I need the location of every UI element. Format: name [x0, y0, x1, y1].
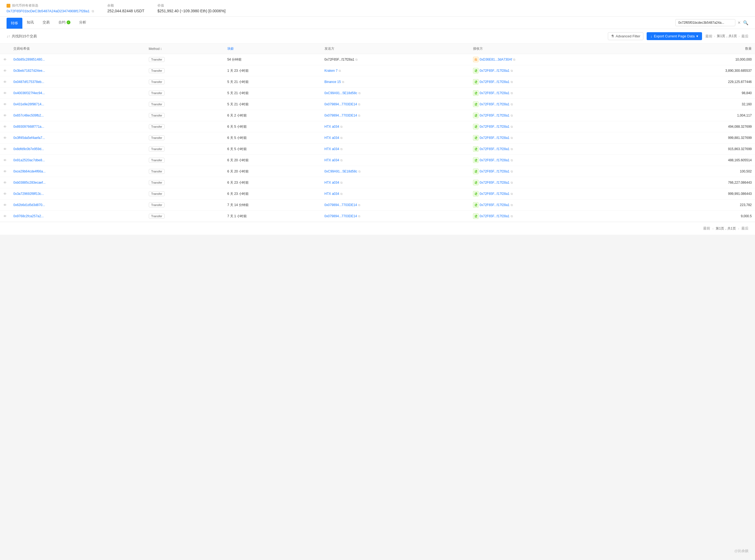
first-page-button[interactable]: 最前: [705, 34, 712, 39]
eye-icon[interactable]: 👁: [3, 203, 7, 207]
from-address-link[interactable]: HTX a034: [324, 136, 339, 140]
copy-from-icon[interactable]: ⧉: [355, 58, 358, 61]
from-address-link[interactable]: Kraken 7: [324, 69, 338, 73]
tx-hash-link[interactable]: 0x893097668f771a...: [13, 125, 44, 128]
from-address-link[interactable]: HTX a034: [324, 158, 339, 162]
from-address-link[interactable]: HTX a034: [324, 147, 339, 151]
to-address-link[interactable]: 0x72F65F...f17f28a1: [480, 169, 509, 173]
copy-to-icon[interactable]: ⧉: [511, 136, 513, 140]
to-address-link[interactable]: 0x72F65F...f17f28a1: [480, 136, 509, 140]
from-address-link[interactable]: 0x079894...7703DE14: [324, 114, 357, 117]
from-address-link[interactable]: HTX a034: [324, 192, 339, 196]
copy-to-icon[interactable]: ⧉: [511, 69, 513, 73]
eye-icon[interactable]: 👁: [3, 158, 7, 162]
tx-hash-link[interactable]: 0x91a2520ac7dbe8...: [13, 158, 45, 162]
eye-icon[interactable]: 👁: [3, 125, 7, 129]
eye-icon[interactable]: 👁: [3, 214, 7, 218]
copy-from-icon[interactable]: ⧉: [340, 159, 342, 162]
next-page-button[interactable]: ›: [739, 34, 740, 38]
copy-to-icon[interactable]: ⧉: [511, 192, 513, 196]
eye-icon[interactable]: 👁: [3, 69, 7, 73]
to-address-link[interactable]: 0x72F65F...f17f28a1: [480, 158, 509, 162]
bottom-next-button[interactable]: ›: [738, 226, 739, 231]
from-address-link[interactable]: Binance 15: [324, 80, 341, 84]
copy-address-icon[interactable]: ⧉: [92, 9, 94, 13]
tab-trade[interactable]: 交易: [38, 17, 54, 28]
to-address-link[interactable]: 0x72F65F...f17f28a1: [480, 203, 509, 207]
eye-icon[interactable]: 👁: [3, 114, 7, 118]
export-button[interactable]: ↓ Export Current Page Data ▾: [647, 32, 702, 40]
copy-to-icon[interactable]: ⧉: [511, 159, 513, 162]
copy-to-icon[interactable]: ⧉: [511, 181, 513, 184]
copy-to-icon[interactable]: ⧉: [511, 203, 513, 207]
prev-page-button[interactable]: ‹: [714, 34, 715, 38]
tab-contract[interactable]: 合约 ✓: [54, 17, 75, 28]
tx-hash-link[interactable]: 0x431e9e26f98714...: [13, 102, 44, 106]
copy-to-icon[interactable]: ⧉: [511, 125, 513, 128]
copy-from-icon[interactable]: ⧉: [340, 192, 342, 196]
copy-to-icon[interactable]: ⧉: [511, 215, 513, 218]
to-address-link[interactable]: 0x72F65F...f17f28a1: [480, 192, 509, 196]
tab-analysis[interactable]: 分析: [75, 17, 91, 28]
from-address-link[interactable]: 0x079894...7703DE14: [324, 203, 357, 207]
from-address-link[interactable]: 0x079894...7703DE14: [324, 214, 357, 218]
copy-from-icon[interactable]: ⧉: [340, 181, 342, 184]
copy-from-icon[interactable]: ⧉: [340, 136, 342, 140]
copy-to-icon[interactable]: ⧉: [511, 92, 513, 95]
eye-icon[interactable]: 👁: [3, 136, 7, 140]
tx-hash-link[interactable]: 0x3beb71827d24ee...: [13, 69, 45, 73]
to-address-link[interactable]: 0x72F65F...f17f28a1: [480, 214, 509, 218]
eye-icon[interactable]: 👁: [3, 80, 7, 84]
tab-news[interactable]: 知讯: [22, 17, 38, 28]
copy-to-icon[interactable]: ⧉: [511, 80, 513, 84]
from-address-link[interactable]: HTX a034: [324, 125, 339, 128]
tx-hash-link[interactable]: 0x3a729692f8ff13c...: [13, 192, 44, 196]
to-address-link[interactable]: 0x72F65F...f17f28a1: [480, 91, 509, 95]
copy-from-icon[interactable]: ⧉: [358, 114, 360, 117]
last-page-button[interactable]: 最后: [741, 34, 749, 39]
copy-from-icon[interactable]: ⧉: [358, 215, 360, 218]
search-address-input[interactable]: [675, 19, 735, 26]
tx-hash-link[interactable]: 0xce29b64cde4f66a...: [13, 169, 45, 173]
copy-to-icon[interactable]: ⧉: [511, 114, 513, 117]
tx-hash-link[interactable]: 0x5b85c289851480...: [13, 58, 45, 61]
to-address-link[interactable]: 0x72F65F...f17f28a1: [480, 114, 509, 117]
eye-icon[interactable]: 👁: [3, 91, 7, 95]
to-address-link[interactable]: 0xD36E81...3dA730Af: [480, 58, 512, 61]
copy-to-icon[interactable]: ⧉: [511, 147, 513, 151]
copy-from-icon[interactable]: ⧉: [339, 69, 341, 73]
tx-hash-link[interactable]: 0x0487df175378eb...: [13, 80, 44, 84]
to-address-link[interactable]: 0x72F65F...f17f28a1: [480, 147, 509, 151]
copy-to-icon[interactable]: ⧉: [511, 170, 513, 173]
from-address-link[interactable]: 0xC99A91...5E18d58c: [324, 91, 357, 95]
copy-from-icon[interactable]: ⧉: [358, 170, 361, 173]
to-address-link[interactable]: 0x72F65F...f17f28a1: [480, 102, 509, 106]
from-address-link[interactable]: HTX a034: [324, 181, 339, 184]
to-address-link[interactable]: 0x72F65F...f17f28a1: [480, 125, 509, 128]
bottom-first-button[interactable]: 最前: [703, 226, 710, 231]
eye-icon[interactable]: 👁: [3, 102, 7, 106]
copy-from-icon[interactable]: ⧉: [358, 203, 360, 207]
bottom-prev-button[interactable]: ‹: [712, 226, 714, 231]
copy-from-icon[interactable]: ⧉: [358, 103, 360, 106]
to-address-link[interactable]: 0x72F65F...f17f28a1: [480, 181, 509, 184]
tx-hash-link[interactable]: 0x8dfd9c0b7e959d...: [13, 147, 44, 151]
tx-hash-link[interactable]: 0x62b6d1d5d3d870...: [13, 203, 45, 207]
search-clear-icon[interactable]: ✕: [737, 20, 741, 25]
to-address-link[interactable]: 0x72F65F...f17f28a1: [480, 69, 509, 73]
eye-icon[interactable]: 👁: [3, 58, 7, 62]
to-address-link[interactable]: 0x72F65F...f17f28a1: [480, 80, 509, 84]
copy-to-icon[interactable]: ⧉: [511, 103, 513, 106]
copy-to-icon[interactable]: ⧉: [513, 58, 515, 61]
advanced-filter-button[interactable]: ⚗ Advanced Filter: [608, 32, 643, 40]
eye-icon[interactable]: 👁: [3, 181, 7, 185]
tx-hash-link[interactable]: 0x657c48ec509fb2...: [13, 114, 44, 117]
tx-hash-link[interactable]: 0xb03885c283ecaef...: [13, 181, 45, 184]
copy-from-icon[interactable]: ⧉: [340, 147, 342, 151]
eye-icon[interactable]: 👁: [3, 147, 7, 151]
from-address-link[interactable]: 0x079894...7703DE14: [324, 102, 357, 106]
tab-transfer[interactable]: 转移: [6, 18, 22, 29]
tx-hash-link[interactable]: 0x9768c2fca257a2...: [13, 214, 44, 218]
address-display[interactable]: 0x72F65F01bcDeC3b5487A24aD23474908f17f28…: [6, 9, 90, 13]
copy-from-icon[interactable]: ⧉: [358, 92, 361, 95]
